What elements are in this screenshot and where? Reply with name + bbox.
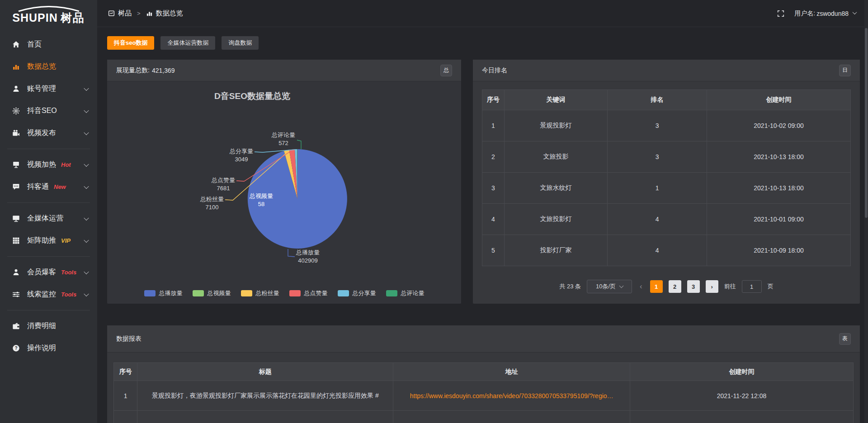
table-row: 1景观投影灯，夜游景观投影灯厂家展示展示落花灯在花园里的灯光投影应用效果 #ht… — [114, 381, 854, 411]
total-view-button[interactable]: 总 — [440, 65, 452, 76]
cell — [137, 411, 393, 423]
legend-item-5[interactable]: 总评论量 — [386, 289, 425, 297]
user-menu[interactable]: 用户名: zswodun88 — [794, 9, 856, 18]
tab-douyin-seo-data[interactable]: 抖音seo数据 — [107, 36, 154, 50]
sidebar-item-douketong[interactable]: 抖客通New — [0, 176, 97, 198]
app-root: SHUPIN树品 首页数据总览账号管理抖音SEO视频发布视频加热Hot抖客通Ne… — [0, 0, 868, 423]
report-panel-header: 数据报表 表 — [107, 325, 860, 352]
cell: 2021-10-01 09:00 — [707, 204, 851, 235]
page-button-1[interactable]: 1 — [650, 280, 663, 293]
cell-time: 2021-11-22 12:08 — [630, 381, 853, 411]
impression-total-value: 421,369 — [152, 67, 175, 74]
pie-label-value: 572 — [272, 139, 295, 147]
sidebar-item-label: 视频发布 — [27, 128, 56, 138]
pie-chart-container: D音SEO数据量总览 总播放量总视频量总粉丝量总点赞量总分享量总评论量 总播放量… — [107, 81, 461, 304]
tab-bar: 抖音seo数据全媒体运营数据询盘数据 — [107, 36, 860, 50]
sidebar-item-badge: New — [54, 183, 66, 190]
legend-label: 总视频量 — [208, 289, 231, 297]
page-scrollbar[interactable] — [864, 0, 868, 423]
breadcrumb-separator: > — [137, 10, 141, 17]
sidebar-item-label: 数据总览 — [27, 62, 56, 71]
chevron-down-icon — [84, 183, 89, 188]
legend-item-0[interactable]: 总播放量 — [144, 289, 183, 297]
cell: 3 — [482, 173, 505, 204]
sidebar-item-video-publish[interactable]: 视频发布 — [0, 122, 97, 144]
sidebar-item-badge: Tools — [61, 269, 76, 276]
pie-chart[interactable] — [107, 81, 461, 304]
pie-label-line — [297, 140, 301, 149]
legend-item-3[interactable]: 总点赞量 — [289, 289, 328, 297]
grid-icon — [12, 237, 21, 244]
daily-view-button[interactable]: 日 — [839, 65, 851, 76]
cell: 3 — [608, 141, 707, 173]
chart-title: D音SEO数据量总览 — [107, 90, 397, 102]
goto-page-input[interactable] — [742, 280, 762, 293]
legend-item-2[interactable]: 总粉丝量 — [241, 289, 279, 297]
page-size-select[interactable]: 10条/页 — [587, 280, 632, 293]
home-icon — [12, 41, 21, 48]
sidebar-item-douyin-seo[interactable]: 抖音SEO — [0, 100, 97, 122]
svg-text:?: ? — [14, 346, 17, 351]
sidebar-item-overview[interactable]: 数据总览 — [0, 56, 97, 78]
topbar-right: 用户名: zswodun88 — [777, 9, 856, 18]
breadcrumb-label: 树品 — [118, 9, 132, 18]
table-view-button[interactable]: 表 — [839, 333, 851, 345]
tab-media-ops-data[interactable]: 全媒体运营数据 — [160, 36, 215, 50]
cell: 4 — [608, 235, 707, 266]
sidebar-item-home[interactable]: 首页 — [0, 33, 97, 56]
sidebar-item-member-baoke[interactable]: 会员爆客Tools — [0, 261, 97, 283]
cell — [114, 411, 137, 423]
chevron-down-icon — [84, 108, 89, 113]
prev-page-button[interactable]: ‹ — [638, 282, 644, 291]
scrollbar-thumb[interactable] — [865, 28, 868, 218]
sidebar-item-consume-detail[interactable]: 消费明细 — [0, 315, 97, 337]
brand-name: SHUPIN树品 — [12, 10, 85, 25]
legend-label: 总点赞量 — [304, 289, 328, 297]
chart-panel-header: 展现量总数: 421,369 总 — [107, 60, 461, 81]
username-value: zswodun88 — [816, 10, 849, 17]
next-page-button[interactable]: › — [706, 280, 718, 293]
cell: 3 — [608, 110, 707, 141]
ranking-panel: 今日排名 日 序号关键词排名创建时间1景观投影灯32021-10-02 09:0… — [473, 60, 860, 304]
page-button-3[interactable]: 3 — [687, 280, 700, 293]
table-row: 2文旅投影32021-10-13 18:00 — [482, 141, 851, 173]
tab-inquiry-data[interactable]: 询盘数据 — [222, 36, 259, 50]
sidebar-item-clue-monitor[interactable]: 线索监控Tools — [0, 283, 97, 306]
video-link[interactable]: https://www.iesdouyin.com/share/video/70… — [410, 392, 613, 400]
legend-item-4[interactable]: 总分享量 — [338, 289, 376, 297]
report-body: 序号标题地址创建时间1景观投影灯，夜游景观投影灯厂家展示展示落花灯在花园里的灯光… — [107, 352, 860, 423]
pie-label-value: 7100 — [200, 203, 224, 212]
main-area: 树品 > 数据总览 用户名: zswodun88 — [97, 0, 868, 423]
breadcrumb-item-home[interactable]: 树品 — [108, 9, 132, 18]
impression-total-label: 展现量总数: — [116, 66, 150, 75]
cell: 4 — [482, 204, 505, 235]
pagination: 共 23 条10条/页‹123›前往页 — [482, 280, 851, 293]
sidebar-item-label: 消费明细 — [27, 321, 56, 331]
table-row: 3文旅水纹灯12021-10-13 18:00 — [482, 173, 851, 204]
pie-label-name: 总粉丝量 — [200, 195, 224, 203]
legend-label: 总播放量 — [159, 289, 183, 297]
sidebar: SHUPIN树品 首页数据总览账号管理抖音SEO视频发布视频加热Hot抖客通Ne… — [0, 0, 97, 423]
legend-swatch — [144, 290, 156, 296]
sidebar-item-video-heat[interactable]: 视频加热Hot — [0, 154, 97, 176]
legend-swatch — [289, 290, 301, 296]
ranking-panel-header: 今日排名 日 — [473, 60, 860, 81]
ranking-panel-title: 今日排名 — [482, 66, 507, 75]
pie-label-name: 总视频量 — [250, 192, 273, 200]
table-header-row: 序号标题地址创建时间 — [114, 363, 854, 381]
breadcrumb-item-overview[interactable]: 数据总览 — [146, 9, 183, 18]
sidebar-item-media-ops[interactable]: 全媒体运营 — [0, 207, 97, 230]
pie-label-name: 总点赞量 — [212, 176, 235, 184]
table-header-row: 序号关键词排名创建时间 — [482, 90, 851, 110]
column-header: 地址 — [393, 363, 630, 381]
legend-swatch — [386, 290, 397, 296]
page-button-2[interactable]: 2 — [669, 280, 681, 293]
fullscreen-icon[interactable] — [777, 10, 784, 17]
legend-item-1[interactable]: 总视频量 — [193, 289, 231, 297]
brand-logo: SHUPIN树品 — [0, 0, 97, 29]
sidebar-item-matrix-boost[interactable]: 矩阵助推VIP — [0, 230, 97, 252]
breadcrumb: 树品 > 数据总览 — [108, 9, 183, 18]
sidebar-item-help[interactable]: ?操作说明 — [0, 337, 97, 359]
legend-label: 总分享量 — [353, 289, 376, 297]
sidebar-item-account[interactable]: 账号管理 — [0, 78, 97, 100]
